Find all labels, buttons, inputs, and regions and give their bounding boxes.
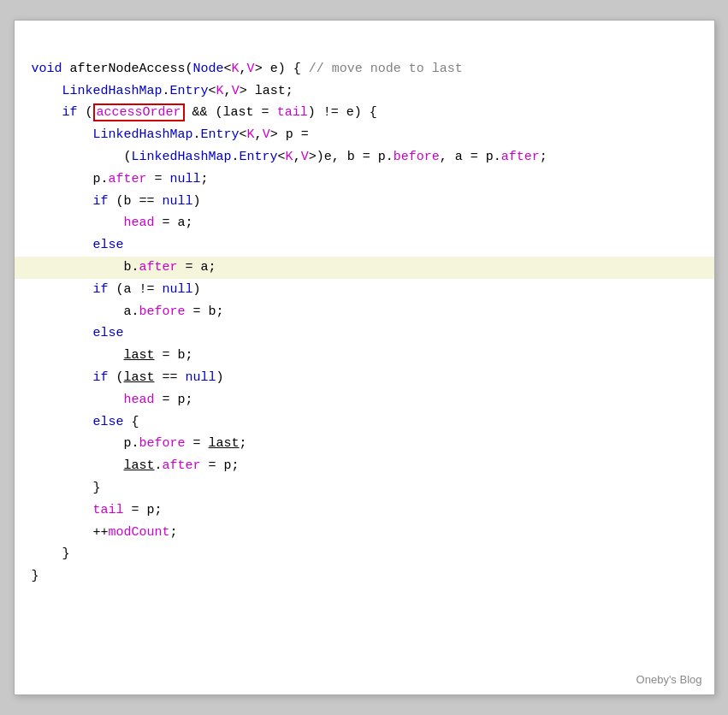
line-4: LinkedHashMap.Entry<K,V> p = bbox=[32, 127, 309, 142]
line-7: if (b == null) bbox=[32, 194, 201, 209]
line-1: void afterNodeAccess(Node<K,V> e) { // m… bbox=[32, 62, 463, 76]
line-16: head = p; bbox=[32, 393, 193, 407]
access-order-highlight: accessOrder bbox=[93, 103, 185, 121]
code-content: void afterNodeAccess(Node<K,V> e) { // m… bbox=[32, 36, 697, 588]
code-window: void afterNodeAccess(Node<K,V> e) { // m… bbox=[14, 20, 715, 695]
line-22: ++modCount; bbox=[32, 525, 178, 540]
line-9: else bbox=[32, 238, 124, 252]
line-5: (LinkedHashMap.Entry<K,V>)e, b = p.befor… bbox=[32, 150, 547, 164]
line-12: a.before = b; bbox=[32, 304, 224, 319]
line-21: tail = p; bbox=[32, 503, 163, 517]
line-3: if (accessOrder && (last = tail) != e) { bbox=[32, 103, 377, 121]
line-8: head = a; bbox=[32, 216, 193, 230]
line-24: } bbox=[32, 569, 39, 583]
line-10-highlighted: b.after = a; bbox=[15, 257, 714, 279]
line-6: p.after = null; bbox=[32, 172, 209, 186]
line-15: if (last == null) bbox=[32, 370, 224, 385]
line-2: LinkedHashMap.Entry<K,V> last; bbox=[32, 84, 293, 98]
line-14: last = b; bbox=[32, 348, 193, 363]
line-13: else bbox=[32, 326, 124, 340]
line-18: p.before = last; bbox=[32, 436, 247, 451]
line-11: if (a != null) bbox=[32, 282, 201, 297]
line-17: else { bbox=[32, 415, 139, 429]
blog-label: Oneby's Blog bbox=[636, 673, 702, 686]
line-23: } bbox=[32, 547, 70, 561]
line-10: b.after = a; bbox=[32, 260, 216, 275]
line-20: } bbox=[32, 481, 101, 495]
line-19: last.after = p; bbox=[32, 458, 240, 473]
